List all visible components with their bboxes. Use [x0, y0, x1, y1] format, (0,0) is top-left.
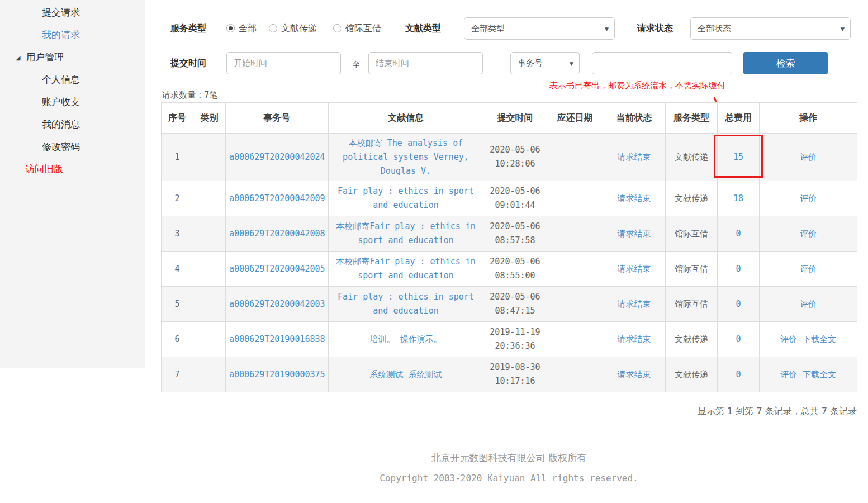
col-submit-time: 提交时间	[483, 103, 547, 134]
fee-value: 0	[736, 334, 741, 344]
submit-time-cell: 2020-05-06 08:47:15	[483, 287, 547, 322]
doc-type-select[interactable]: 全部类型▼	[464, 17, 615, 40]
due-date-cell	[547, 181, 603, 216]
doc-info-link[interactable]: 本校邮寄 The analysis of political systems V…	[343, 138, 469, 176]
status-cell: 请求结束	[603, 357, 666, 392]
doc-type-selected-value: 全部类型	[471, 23, 505, 34]
due-date-cell	[547, 252, 603, 287]
doc-info-link[interactable]: 本校邮寄Fair play : ethics in sport and educ…	[336, 221, 476, 245]
seq-cell: 5	[162, 287, 193, 322]
service-type-cell: 馆际互借	[666, 287, 718, 322]
table-row: 7 a000629T20190000375 系统测试 系统测试 2019-08-…	[162, 357, 857, 392]
radio-label: 文献传递	[281, 23, 317, 34]
status-text: 请求结束	[618, 334, 651, 344]
action-link[interactable]: 评价	[780, 334, 797, 344]
action-link[interactable]: 下载全文	[803, 369, 836, 379]
actions-cell: 评价	[760, 134, 857, 181]
transaction-cell: a000629T20200042003	[226, 287, 329, 322]
transaction-link[interactable]: a000629T20190016838	[229, 334, 325, 344]
my-requests-page: 提交请求 我的请求 ◢用户管理 个人信息 账户收支 我的消息 修改密码 访问旧版…	[0, 0, 868, 503]
search-button[interactable]: 检索	[743, 52, 828, 74]
transaction-cell: a000629T20190016838	[226, 322, 329, 357]
status-cell: 请求结束	[603, 252, 666, 287]
radio-unselected-icon	[333, 24, 341, 32]
search-field-select[interactable]: 事务号▼	[510, 52, 580, 74]
transaction-link[interactable]: a000629T20200042003	[229, 299, 325, 309]
doc-info-cell: 培训。 操作演示。	[329, 322, 483, 357]
fee-annotation-text: 表示书已寄出，邮费为系统流水，不需实际缴付	[549, 80, 725, 91]
action-link[interactable]: 评价	[800, 152, 817, 162]
actions-cell: 评价下载全文	[760, 322, 857, 357]
sidebar-item-label: 我的请求	[42, 29, 80, 40]
transaction-cell: a000629T20190000375	[226, 357, 329, 392]
transaction-link[interactable]: a000629T20200042024	[229, 152, 325, 162]
end-time-input[interactable]	[368, 52, 483, 74]
footer-copyright: Copyright 2003-2020 Kaiyuan All rights r…	[161, 473, 857, 483]
actions-cell: 评价	[760, 287, 857, 322]
sidebar-item-my-requests[interactable]: 我的请求	[0, 23, 145, 46]
table-row: 3 a000629T20200042008 本校邮寄Fair play : et…	[162, 216, 857, 252]
submit-time-cell: 2020-05-06 08:57:58	[483, 216, 547, 252]
doc-info-cell: Fair play : ethics in sport and educatio…	[329, 181, 483, 216]
sidebar-item-personal-info[interactable]: 个人信息	[0, 68, 145, 91]
doc-info-link[interactable]: 系统测试 系统测试	[369, 369, 442, 379]
doc-info-link[interactable]: 培训。 操作演示。	[369, 334, 442, 344]
caret-down-icon: ▼	[841, 18, 845, 40]
category-cell	[193, 322, 226, 357]
status-cell: 请求结束	[603, 134, 666, 181]
action-link[interactable]: 下载全文	[803, 334, 836, 344]
action-link[interactable]: 评价	[800, 299, 817, 309]
request-status-select[interactable]: 全部状态▼	[690, 17, 851, 40]
transaction-link[interactable]: a000629T20200042005	[229, 264, 325, 274]
transaction-link[interactable]: a000629T20200042008	[229, 229, 325, 239]
seq-cell: 1	[162, 134, 193, 181]
submit-time-label: 提交时间	[170, 52, 206, 74]
table-row: 2 a000629T20200042009 Fair play : ethics…	[162, 181, 857, 216]
sidebar-item-label: 个人信息	[42, 74, 80, 85]
submit-time-cell: 2019-11-19 20:36:36	[483, 322, 547, 357]
actions-cell: 评价	[760, 181, 857, 216]
col-category: 类别	[193, 103, 226, 134]
radio-label: 馆际互借	[345, 23, 381, 34]
table-header-row: 序号 类别 事务号 文献信息 提交时间 应还日期 当前状态 服务类型 总费用 操…	[162, 103, 857, 134]
sidebar-item-user-management[interactable]: ◢用户管理	[0, 46, 145, 68]
radio-service-all[interactable]: 全部	[226, 17, 257, 40]
doc-info-cell: Fair play : ethics in sport and educatio…	[329, 287, 483, 322]
sidebar-item-my-messages[interactable]: 我的消息	[0, 113, 145, 135]
service-type-cell: 文献传递	[666, 134, 718, 181]
sidebar-item-submit-request[interactable]: 提交请求	[0, 1, 145, 23]
status-text: 请求结束	[618, 229, 651, 239]
doc-info-link[interactable]: 本校邮寄Fair play : ethics in sport and educ…	[336, 257, 476, 281]
action-link[interactable]: 评价	[800, 264, 817, 274]
seq-cell: 6	[162, 322, 193, 357]
transaction-cell: a000629T20200042008	[226, 216, 329, 252]
transaction-link[interactable]: a000629T20190000375	[229, 369, 325, 379]
fee-value: 0	[736, 369, 741, 379]
sidebar-item-old-version[interactable]: 访问旧版	[0, 158, 145, 180]
transaction-link[interactable]: a000629T20200042009	[229, 193, 325, 203]
transaction-cell: a000629T20200042009	[226, 181, 329, 216]
fee-cell: 0	[718, 216, 760, 252]
doc-info-link[interactable]: Fair play : ethics in sport and educatio…	[338, 292, 474, 316]
actions-cell: 评价下载全文	[760, 357, 857, 392]
due-date-cell	[547, 134, 603, 181]
category-cell	[193, 134, 226, 181]
service-type-cell: 文献传递	[666, 322, 718, 357]
radio-service-document-delivery[interactable]: 文献传递	[269, 17, 317, 40]
service-type-cell: 文献传递	[666, 357, 718, 392]
sidebar-item-change-password[interactable]: 修改密码	[0, 135, 145, 158]
action-link[interactable]: 评价	[780, 369, 797, 379]
submit-time-cell: 2020-05-06 08:55:00	[483, 252, 547, 287]
action-link[interactable]: 评价	[800, 229, 817, 239]
fee-value: 0	[736, 229, 741, 239]
sidebar-item-account-balance[interactable]: 账户收支	[0, 91, 145, 113]
action-link[interactable]: 评价	[800, 193, 817, 203]
radio-service-interlibrary-loan[interactable]: 馆际互借	[333, 17, 381, 40]
start-time-input[interactable]	[226, 52, 341, 74]
doc-info-link[interactable]: Fair play : ethics in sport and educatio…	[338, 186, 474, 210]
due-date-cell	[547, 357, 603, 392]
status-text: 请求结束	[618, 152, 651, 162]
keyword-input[interactable]	[592, 52, 732, 74]
caret-down-icon: ▼	[570, 53, 573, 75]
footer-company: 北京开元数图科技有限公司 版权所有	[161, 452, 857, 464]
